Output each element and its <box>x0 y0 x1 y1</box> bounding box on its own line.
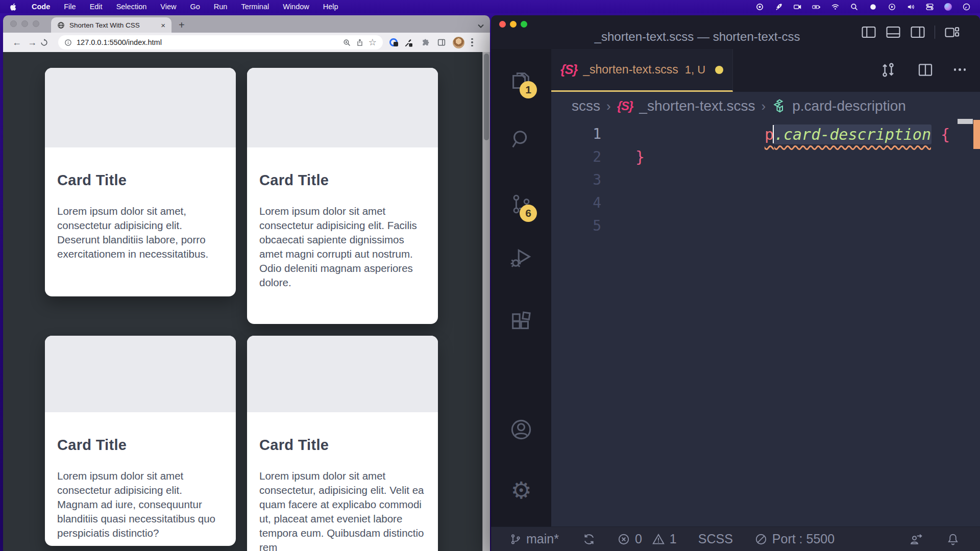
browser-menu-icon[interactable] <box>471 38 473 47</box>
siri-icon[interactable] <box>944 3 952 11</box>
play-circle-icon[interactable] <box>888 3 896 11</box>
line-number: 3 <box>551 171 612 188</box>
menu-view[interactable]: View <box>160 3 176 11</box>
card-image-placeholder <box>45 68 236 147</box>
customize-layout-icon[interactable] <box>944 26 960 39</box>
back-icon[interactable]: ← <box>9 37 24 48</box>
code-editor[interactable]: 1 p.card-description{ 2 } 3 4 <box>551 120 980 527</box>
desktop: Code File Edit Selection View Go Run Ter… <box>0 0 980 551</box>
extensions-view-button[interactable] <box>491 311 551 335</box>
card-title: Card Title <box>259 437 426 454</box>
close-window-button[interactable] <box>10 20 17 27</box>
menu-edit[interactable]: Edit <box>90 3 103 11</box>
apple-icon[interactable] <box>9 3 18 11</box>
scss-warning-squiggle: p.card-description <box>765 126 932 143</box>
minimize-window-button[interactable] <box>510 21 517 28</box>
page-scrollbar[interactable] <box>482 52 490 551</box>
gear-glyph: ⚙ <box>510 479 531 502</box>
warnings-icon <box>652 533 665 546</box>
problems-item[interactable]: 0 1 <box>617 532 677 546</box>
account-icon[interactable] <box>491 418 551 441</box>
eyedropper-extension-icon[interactable] <box>404 38 414 47</box>
editor-tab-bar: {S} _shorten-text.scss 1, U <box>551 49 980 92</box>
do-not-disturb-icon[interactable] <box>869 3 877 11</box>
close-window-button[interactable] <box>499 21 506 28</box>
feedback-icon[interactable] <box>909 532 924 546</box>
explorer-badge: 1 <box>520 81 537 98</box>
menu-run[interactable]: Run <box>214 3 228 11</box>
error-count: 0 <box>635 532 642 546</box>
menu-window[interactable]: Window <box>283 3 309 11</box>
source-control-view-button[interactable]: 6 <box>491 192 551 216</box>
settings-gear-icon[interactable]: ⚙ <box>491 479 551 502</box>
battery-icon[interactable] <box>812 3 821 11</box>
split-editor-icon[interactable] <box>917 62 934 78</box>
zoom-in-icon[interactable] <box>342 38 351 47</box>
menu-app-name[interactable]: Code <box>32 3 50 11</box>
minimize-window-button[interactable] <box>21 20 28 27</box>
record-icon[interactable] <box>755 3 764 11</box>
git-branch-item[interactable]: main* <box>509 532 559 546</box>
password-extension-icon[interactable] <box>389 38 398 46</box>
menu-terminal[interactable]: Terminal <box>241 3 269 11</box>
reload-icon[interactable] <box>40 38 55 47</box>
menu-status-icons <box>755 3 971 11</box>
editor-scrollbar[interactable] <box>958 119 973 124</box>
extensions-puzzle-icon[interactable] <box>421 38 430 47</box>
sync-changes-item[interactable] <box>582 533 596 546</box>
vscode-title-bar: _shorten-text.scss — shorten-text-css <box>491 15 980 49</box>
notifications-bell-icon[interactable] <box>946 532 960 546</box>
toggle-sidebar-icon[interactable] <box>861 26 876 39</box>
search-view-button[interactable] <box>491 128 551 151</box>
overview-ruler-warning-mark <box>973 120 980 149</box>
share-icon[interactable] <box>356 38 364 47</box>
volume-icon[interactable] <box>906 3 915 11</box>
scrollbar-thumb[interactable] <box>484 54 489 140</box>
bookmark-star-icon[interactable]: ☆ <box>369 38 377 47</box>
site-info-icon[interactable] <box>64 39 72 46</box>
menu-file[interactable]: File <box>64 3 76 11</box>
browser-tab[interactable]: Shorten Text With CSS × <box>51 17 172 33</box>
run-debug-view-button[interactable] <box>491 246 551 269</box>
breadcrumb-folder[interactable]: scss <box>572 98 600 114</box>
zoom-window-button[interactable] <box>521 21 527 28</box>
editor-actions <box>879 49 966 90</box>
menu-selection[interactable]: Selection <box>116 3 147 11</box>
control-center-icon[interactable] <box>925 3 934 11</box>
toggle-secondary-sidebar-icon[interactable] <box>910 26 925 39</box>
clock-icon[interactable] <box>962 3 971 11</box>
line-number: 5 <box>551 217 612 234</box>
address-bar[interactable]: 127.0.0.1:5500/index.html ☆ <box>58 35 383 49</box>
macos-menu-bar: Code File Edit Selection View Go Run Ter… <box>0 0 980 13</box>
tab-search-chevron-icon[interactable] <box>478 24 484 28</box>
forward-icon[interactable]: → <box>24 37 40 48</box>
code-line-1: 1 p.card-description{ <box>551 122 980 145</box>
live-server-port: Port : 5500 <box>772 532 835 546</box>
card: Card Title Lorem ipsum dolor sit amet co… <box>247 336 438 551</box>
screen-record-icon[interactable] <box>793 3 802 11</box>
url-text[interactable]: 127.0.0.1:5500/index.html <box>77 38 338 46</box>
browser-tab-title: Shorten Text With CSS <box>69 21 156 29</box>
menu-go[interactable]: Go <box>190 3 200 11</box>
open-changes-icon[interactable] <box>879 61 897 79</box>
spotlight-icon[interactable] <box>850 3 859 11</box>
circle-slash-icon <box>754 533 768 546</box>
vscode-traffic-lights <box>499 21 527 28</box>
unsaved-changes-dot[interactable] <box>715 66 723 74</box>
language-mode-item[interactable]: SCSS <box>698 532 733 546</box>
toggle-panel-icon[interactable] <box>886 26 901 39</box>
explorer-view-button[interactable]: 1 <box>491 69 551 92</box>
sass-file-icon: {S} <box>617 99 633 113</box>
card-title: Card Title <box>259 172 426 189</box>
zoom-window-button[interactable] <box>33 20 39 27</box>
menu-help[interactable]: Help <box>323 3 338 11</box>
rocket-icon[interactable] <box>774 3 783 11</box>
tab-close-icon[interactable]: × <box>161 21 165 29</box>
new-tab-button[interactable]: + <box>179 19 185 31</box>
live-server-item[interactable]: Port : 5500 <box>754 532 835 546</box>
more-actions-icon[interactable] <box>954 68 966 71</box>
profile-avatar[interactable] <box>453 37 464 48</box>
wifi-icon[interactable] <box>831 3 840 11</box>
editor-tab[interactable]: {S} _shorten-text.scss 1, U <box>551 49 733 92</box>
side-panel-icon[interactable] <box>437 38 446 47</box>
